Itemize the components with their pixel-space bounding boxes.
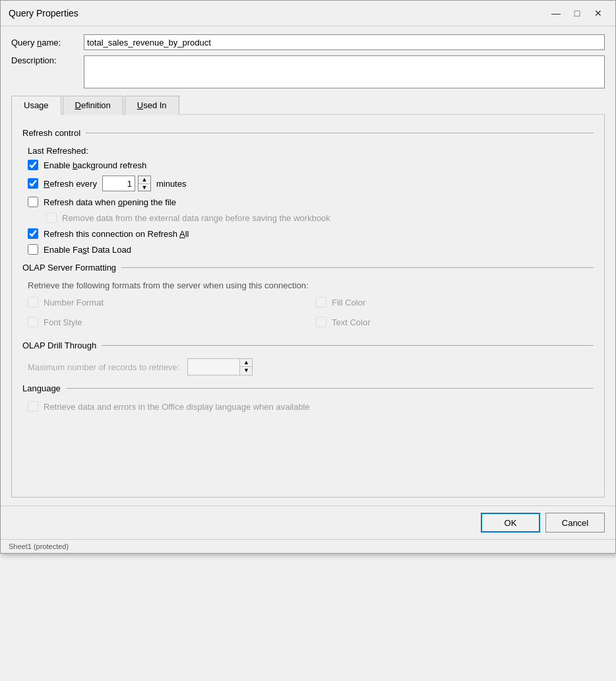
max-records-input[interactable] <box>187 358 240 375</box>
language-section-header: Language <box>22 383 594 393</box>
refresh-every-increment[interactable]: ▲ <box>139 176 150 183</box>
fast-data-load-row: Enable Fast Data Load <box>28 244 594 255</box>
remove-data-row: Remove data from the external data range… <box>46 212 594 223</box>
maximize-button[interactable]: □ <box>568 6 586 20</box>
status-text: Sheet1 (protected) <box>9 542 69 550</box>
text-color-checkbox[interactable] <box>316 317 326 327</box>
olap-checkbox-grid: Number Format Fill Color Font Style Text… <box>28 297 594 333</box>
refresh-every-input[interactable] <box>102 176 135 191</box>
last-refreshed-row: Last Refreshed: <box>28 146 594 156</box>
refresh-every-spinner-group: ▲ ▼ <box>102 176 151 191</box>
enable-bg-refresh-label: Enable background refresh <box>44 160 146 170</box>
olap-description: Retrieve the following formats from the … <box>28 280 594 290</box>
fast-data-load-label: Enable Fast Data Load <box>44 245 131 255</box>
section-divider-4 <box>66 388 594 389</box>
language-retrieve-checkbox[interactable] <box>28 401 38 412</box>
text-color-row: Text Color <box>316 317 594 327</box>
language-retrieve-label: Retrieve data and errors in the Office d… <box>44 402 310 412</box>
refresh-on-open-row: Refresh data when opening the file <box>28 197 594 207</box>
section-divider-3 <box>102 345 594 346</box>
refresh-every-label: Refresh every <box>44 179 97 189</box>
max-records-label: Maximum number of records to retrieve: <box>28 362 179 372</box>
tab-used-in[interactable]: Used In <box>125 96 179 115</box>
olap-drill-section-header: OLAP Drill Through <box>22 340 594 350</box>
minutes-label: minutes <box>156 179 187 189</box>
refresh-all-checkbox[interactable] <box>28 228 38 239</box>
dialog-footer: OK Cancel <box>1 505 615 539</box>
fill-color-label: Fill Color <box>332 298 365 308</box>
ok-button[interactable]: OK <box>481 513 540 533</box>
refresh-every-checkbox[interactable] <box>28 178 38 189</box>
number-format-label: Number Format <box>44 298 104 308</box>
max-records-row: Maximum number of records to retrieve: ▲… <box>28 358 594 375</box>
refresh-all-label: Refresh this connection on Refresh All <box>44 229 189 239</box>
description-label: Description: <box>11 55 84 65</box>
number-format-checkbox[interactable] <box>28 297 38 308</box>
enable-bg-refresh-checkbox[interactable] <box>28 160 38 170</box>
max-records-spinner-buttons: ▲ ▼ <box>240 358 253 375</box>
max-records-increment[interactable]: ▲ <box>240 359 252 366</box>
dialog-title: Query Properties <box>9 8 78 18</box>
refresh-control-label: Refresh control <box>22 128 80 138</box>
fast-data-load-checkbox[interactable] <box>28 244 38 255</box>
tabs: Usage Definition Used In <box>11 95 605 115</box>
refresh-control-section-header: Refresh control <box>22 128 594 138</box>
window-controls: — □ ✕ <box>547 6 607 20</box>
description-row: Description: <box>11 55 605 88</box>
close-button[interactable]: ✕ <box>589 6 607 20</box>
max-records-decrement[interactable]: ▼ <box>240 366 252 373</box>
font-style-checkbox[interactable] <box>28 317 38 327</box>
section-divider-2 <box>121 267 594 268</box>
olap-formatting-label: OLAP Server Formatting <box>22 263 116 273</box>
tab-definition[interactable]: Definition <box>63 96 123 115</box>
query-name-input[interactable] <box>84 34 605 50</box>
last-refreshed-label: Last Refreshed: <box>28 146 88 156</box>
refresh-all-row: Refresh this connection on Refresh All <box>28 228 594 239</box>
olap-formatting-section-header: OLAP Server Formatting <box>22 263 594 273</box>
olap-drill-label: OLAP Drill Through <box>22 340 96 350</box>
dialog-body: Query name: Description: Usage Definitio… <box>1 26 615 505</box>
refresh-every-decrement[interactable]: ▼ <box>139 183 150 191</box>
title-bar: Query Properties — □ ✕ <box>1 1 615 26</box>
number-format-row: Number Format <box>28 297 305 308</box>
section-divider-1 <box>86 133 594 133</box>
tab-usage[interactable]: Usage <box>11 96 61 115</box>
language-retrieve-row: Retrieve data and errors in the Office d… <box>28 401 594 412</box>
tab-content-usage: Refresh control Last Refreshed: Enable b… <box>11 115 605 498</box>
refresh-every-spinner-buttons: ▲ ▼ <box>138 176 151 191</box>
refresh-on-open-label: Refresh data when opening the file <box>44 197 176 207</box>
remove-data-checkbox[interactable] <box>46 212 57 223</box>
query-properties-dialog: Query Properties — □ ✕ Query name: Descr… <box>0 0 616 554</box>
refresh-every-row: Refresh every ▲ ▼ minutes <box>28 176 594 191</box>
language-label: Language <box>22 383 61 393</box>
refresh-on-open-checkbox[interactable] <box>28 197 38 207</box>
cancel-button[interactable]: Cancel <box>545 513 605 533</box>
enable-bg-refresh-row: Enable background refresh <box>28 160 594 170</box>
status-bar: Sheet1 (protected) <box>1 539 615 553</box>
font-style-label: Font Style <box>44 317 82 327</box>
minimize-button[interactable]: — <box>547 6 565 20</box>
remove-data-label: Remove data from the external data range… <box>62 213 330 223</box>
description-input[interactable] <box>84 55 605 88</box>
fill-color-row: Fill Color <box>316 297 594 308</box>
text-color-label: Text Color <box>332 317 371 327</box>
query-name-row: Query name: <box>11 34 605 50</box>
query-name-label: Query name: <box>11 38 84 48</box>
max-records-spinner-group: ▲ ▼ <box>187 358 253 375</box>
fill-color-checkbox[interactable] <box>316 297 326 308</box>
font-style-row: Font Style <box>28 317 305 327</box>
